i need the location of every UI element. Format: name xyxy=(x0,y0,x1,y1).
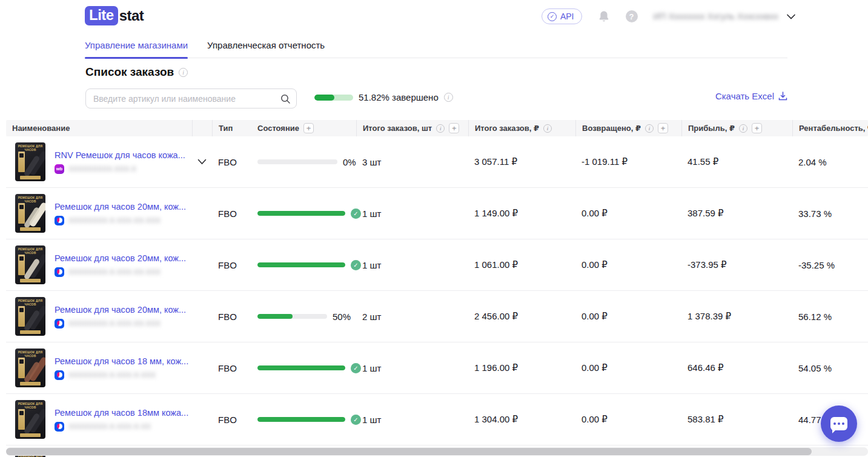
horizontal-scrollbar-track[interactable] xyxy=(6,447,868,456)
table-row: РЕМЕШОК ДЛЯ ЧАСОВ Ремешок для часов 18мм… xyxy=(6,394,868,445)
profit-amount: -373.95 ₽ xyxy=(681,259,792,270)
returned-amount: -1 019.11 ₽ xyxy=(575,156,681,167)
order-type: FBO xyxy=(212,312,251,322)
product-image[interactable]: РЕМЕШОК ДЛЯ ЧАСОВ xyxy=(15,400,45,439)
product-sku: ХХХХХХХХ-Х-ХХХ-Х-ХХХ xyxy=(68,371,156,379)
page-title-info-icon[interactable]: i xyxy=(179,68,188,77)
column-info-icon[interactable]: i xyxy=(739,124,747,133)
product-sku: ХХХХХХХХ-Х-ХХХ-ХХ-ХХХ xyxy=(68,319,161,328)
margin-percent: 56.12 % xyxy=(792,312,868,322)
order-state-cell: 50% ✓ xyxy=(251,312,356,322)
orders-total: 1 304.00 ₽ xyxy=(468,414,575,425)
order-type: FBO xyxy=(212,415,251,425)
orders-table: НаименованиеТипСостояние+Итого заказов, … xyxy=(6,120,868,457)
tab-management-reporting[interactable]: Управленческая отчетность xyxy=(207,36,325,58)
orders-total: 1 196.00 ₽ xyxy=(468,362,575,373)
column-label: Прибыль, ₽ xyxy=(688,124,735,133)
chevron-down-icon xyxy=(787,14,795,19)
order-state-cell: ✓ xyxy=(251,415,356,425)
completion-progress-label: 51.82% завершено xyxy=(359,92,439,102)
order-state-cell: ✓ xyxy=(251,208,356,219)
column-label: Состояние xyxy=(257,124,299,133)
order-state-cell: ✓ xyxy=(251,363,356,373)
completion-info-icon[interactable]: i xyxy=(444,93,453,102)
table-row: РЕМЕШОК ДЛЯ ЧАСОВ Ремешок для часов 20мм… xyxy=(6,188,868,239)
column-label: Рентабельность, % xyxy=(799,124,868,133)
product-image[interactable]: РЕМЕШОК ДЛЯ ЧАСОВ xyxy=(15,245,45,284)
column-label: Тип xyxy=(219,124,233,133)
product-image[interactable]: РЕМЕШОК ДЛЯ ЧАСОВ xyxy=(15,349,45,387)
expand-row-chevron-icon[interactable] xyxy=(197,159,207,165)
column-info-icon[interactable]: i xyxy=(543,124,552,133)
state-percent-label: 0% xyxy=(343,157,356,167)
returned-amount: 0.00 ₽ xyxy=(575,208,681,219)
add-column-button[interactable]: + xyxy=(449,123,459,133)
product-name-link[interactable]: RNV Ремешок для часов кожа... xyxy=(55,150,185,160)
product-image[interactable]: РЕМЕШОК ДЛЯ ЧАСОВ xyxy=(15,142,45,181)
app-page: Litestat ✓ API ? ИП Хххххххх Ххгуль Хххс… xyxy=(0,0,868,457)
product-name-link[interactable]: Ремешок для часов 20мм, кож... xyxy=(55,253,186,263)
column-info-icon[interactable]: i xyxy=(436,124,445,133)
app-logo: Litestat xyxy=(85,6,144,25)
product-name-link[interactable]: Ремешок для часов 18 мм, кож... xyxy=(55,356,188,366)
column-header-qty: Итого заказов, штi+ xyxy=(356,120,468,136)
column-header-profit: Прибыль, ₽i+ xyxy=(681,120,792,136)
add-column-button[interactable]: + xyxy=(752,123,762,133)
product-cell: РЕМЕШОК ДЛЯ ЧАСОВ Ремешок для часов 20мм… xyxy=(6,194,192,233)
product-image-caption: РЕМЕШОК ДЛЯ ЧАСОВ xyxy=(15,194,45,204)
product-image[interactable]: РЕМЕШОК ДЛЯ ЧАСОВ xyxy=(15,194,45,233)
state-progress-bar xyxy=(257,159,337,164)
orders-count: 2 шт xyxy=(356,312,468,322)
download-icon xyxy=(778,92,787,101)
column-header-expand xyxy=(192,120,212,136)
column-header-state: Состояние+ xyxy=(251,120,356,136)
marketplace-icon: wb xyxy=(55,164,64,174)
order-type: FBO xyxy=(212,208,251,219)
column-header-name: Наименование xyxy=(6,120,192,136)
product-name-link[interactable]: Ремешок для часов 20мм, кож... xyxy=(55,305,186,315)
margin-percent: 54.05 % xyxy=(792,363,868,373)
product-name-link[interactable]: Ремешок для часов 18мм кожа... xyxy=(55,408,188,418)
product-cell: РЕМЕШОК ДЛЯ ЧАСОВ Ремешок для часов 18 м… xyxy=(6,349,192,387)
product-sku: ХХХХХХХХ-Х-ХХХ-Х-ХХ xyxy=(68,422,151,431)
column-info-icon[interactable]: i xyxy=(645,124,654,133)
help-button[interactable]: ? xyxy=(626,10,638,22)
column-label: Возвращено, ₽ xyxy=(582,124,641,133)
column-label: Итого заказов, ₽ xyxy=(475,124,539,133)
download-excel-link[interactable]: Скачать Excel xyxy=(715,91,787,101)
state-progress-bar xyxy=(257,211,345,216)
column-label: Итого заказов, шт xyxy=(363,124,432,133)
search-input[interactable] xyxy=(93,94,280,104)
api-status-badge[interactable]: ✓ API xyxy=(542,8,582,24)
completion-progress-bar xyxy=(314,95,353,101)
table-row: РЕМЕШОК ДЛЯ ЧАСОВ Ремешок для часов 20мм… xyxy=(6,239,868,291)
column-header-total: Итого заказов, ₽i xyxy=(468,120,575,136)
top-bar: Litestat ✓ API ? ИП Хххххххх Ххгуль Хххс… xyxy=(0,0,868,34)
returned-amount: 0.00 ₽ xyxy=(575,362,681,373)
orders-count: 1 шт xyxy=(356,260,468,270)
product-name-link[interactable]: Ремешок для часов 20мм, кож... xyxy=(55,202,186,212)
logo-lite-badge: Lite xyxy=(85,6,118,25)
search-box[interactable] xyxy=(85,88,297,108)
state-progress-bar xyxy=(257,417,345,422)
table-row: РЕМЕШОК ДЛЯ ЧАСОВ Ремешок для часов 20мм… xyxy=(6,291,868,342)
completion-progress: 51.82% завершено i xyxy=(314,92,453,102)
notifications-bell-button[interactable] xyxy=(598,10,610,23)
state-progress-bar xyxy=(257,262,345,267)
user-account-menu[interactable]: ИП Хххххххх Ххгуль Хххсххвхх xyxy=(654,12,795,21)
profit-amount: 387.59 ₽ xyxy=(681,208,792,219)
order-type: FBO xyxy=(212,260,251,270)
table-row: РЕМЕШОК ДЛЯ ЧАСОВ Ремешок для часов 18 м… xyxy=(6,342,868,394)
controls-row: 51.82% завершено i Скачать Excel xyxy=(85,88,787,108)
add-column-button[interactable]: + xyxy=(658,123,668,133)
profit-amount: 646.46 ₽ xyxy=(681,362,792,373)
returned-amount: 0.00 ₽ xyxy=(575,259,681,270)
support-chat-button[interactable] xyxy=(821,405,857,442)
returned-amount: 0.00 ₽ xyxy=(575,414,681,425)
product-image[interactable]: РЕМЕШОК ДЛЯ ЧАСОВ xyxy=(15,297,45,336)
horizontal-scrollbar-thumb[interactable] xyxy=(6,448,812,455)
add-column-button[interactable]: + xyxy=(303,123,314,133)
product-image-caption: РЕМЕШОК ДЛЯ ЧАСОВ xyxy=(15,142,45,152)
profit-amount: 583.81 ₽ xyxy=(681,414,792,425)
tab-store-management[interactable]: Управление магазинами xyxy=(85,36,188,58)
